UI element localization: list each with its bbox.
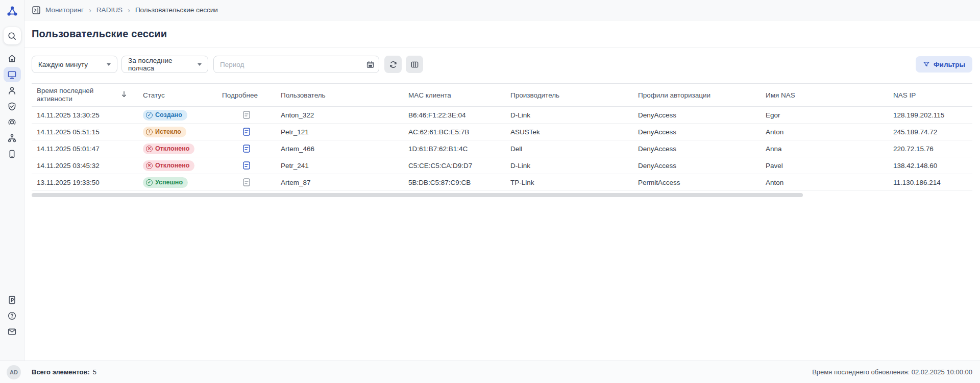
header-label: Время последней активности [37, 87, 113, 103]
panel-toggle-icon[interactable] [32, 6, 41, 15]
sidebar-item-home[interactable] [4, 51, 21, 66]
details-icon[interactable] [243, 161, 250, 170]
mail-icon [7, 327, 17, 337]
sidebar-item-radius[interactable] [4, 114, 21, 130]
total-items-value: 5 [93, 368, 96, 376]
cell-last-activity: 14.11.2025 05:01:47 [32, 145, 138, 153]
cell-mac: AC:62:61:BC:E5:7B [403, 128, 505, 136]
toolbar: Каждую минуту За последние полчаса [32, 56, 972, 73]
table-row[interactable]: 14.11.2025 13:30:25 ✓ Создано Anton_322 … [32, 107, 972, 124]
cell-status: ! Истекло [138, 127, 217, 137]
sidebar-item-devices[interactable] [4, 146, 21, 162]
last-update-text: Время последнего обновления: 02.02.2025 … [812, 368, 972, 376]
columns-button[interactable] [406, 56, 423, 73]
header-nas-ip[interactable]: NAS IP [888, 88, 972, 102]
sidebar-item-help[interactable] [4, 308, 21, 324]
header-auth-profiles[interactable]: Профили авторизации [633, 88, 761, 102]
sidebar-item-mail[interactable] [4, 324, 21, 340]
user-icon [7, 86, 17, 95]
cell-auth-profile: DenyAccess [633, 128, 761, 136]
cell-user: Anton_322 [276, 111, 403, 119]
cell-user: Petr_121 [276, 128, 403, 136]
sidebar-item-users[interactable] [4, 83, 21, 99]
header-vendor[interactable]: Производитель [505, 88, 633, 102]
cell-last-activity: 14.11.2025 03:45:32 [32, 162, 138, 170]
cell-auth-profile: DenyAccess [633, 145, 761, 153]
cell-vendor: TP-Link [505, 179, 633, 186]
cell-status: ✓ Успешно [138, 177, 217, 188]
header-user[interactable]: Пользователь [276, 88, 403, 102]
refresh-icon [389, 60, 398, 69]
cell-mac: C5:CE:C5:CA:D9:D7 [403, 162, 505, 170]
cell-nas-name: Anton [761, 128, 888, 136]
status-icon: ! [146, 129, 153, 135]
header-nas-name[interactable]: Имя NAS [761, 88, 888, 102]
cell-vendor: Dell [505, 145, 633, 153]
app-root: Мониторинг › RADIUS › Пользовательские с… [0, 0, 980, 383]
shield-check-icon [7, 102, 17, 111]
cell-status: ✓ Создано [138, 110, 217, 121]
header-status[interactable]: Статус [138, 88, 217, 102]
sidebar-item-topology[interactable] [4, 130, 21, 146]
status-icon: ✕ [146, 146, 153, 152]
details-icon[interactable] [243, 178, 250, 186]
refresh-interval-value: Каждую минуту [38, 61, 88, 68]
period-input[interactable] [213, 56, 379, 73]
search-icon [7, 31, 17, 41]
sort-desc-icon[interactable] [120, 90, 128, 100]
status-bar: AD Всего элементов: 5 Время последнего о… [0, 361, 980, 383]
refresh-interval-select[interactable]: Каждую минуту [32, 56, 117, 73]
status-label: Отклонено [155, 145, 189, 152]
funnel-icon [923, 61, 930, 68]
filters-button[interactable]: Фильтры [916, 56, 972, 73]
status-icon: ✓ [146, 179, 153, 186]
table-header-row: Время последней активности Статус Подроб… [32, 83, 972, 107]
table-row[interactable]: 14.11.2025 03:45:32 ✕ Отклонено Petr_241 [32, 157, 972, 174]
sessions-table: Время последней активности Статус Подроб… [32, 83, 972, 197]
sidebar-item-security[interactable] [4, 99, 21, 114]
chevron-down-icon [107, 63, 111, 66]
details-icon[interactable] [243, 145, 250, 153]
status-label: Отклонено [155, 162, 189, 169]
monitor-icon [7, 70, 17, 80]
time-range-select[interactable]: За последние полчаса [121, 56, 208, 73]
cell-nas-ip: 138.42.148.60 [888, 162, 972, 170]
cell-details [217, 111, 276, 119]
calendar-icon[interactable] [365, 59, 375, 69]
topology-icon [7, 133, 17, 143]
header-details[interactable]: Подробнее [217, 88, 276, 102]
refresh-button[interactable] [384, 56, 402, 73]
cell-user: Artem_87 [276, 179, 403, 186]
sidebar-item-billing[interactable] [4, 292, 21, 308]
search-button[interactable] [4, 27, 21, 44]
cell-status: ✕ Отклонено [138, 160, 217, 171]
scrollbar-thumb[interactable] [32, 193, 803, 197]
breadcrumb-separator: › [89, 6, 91, 14]
header-last-activity[interactable]: Время последней активности [32, 84, 138, 106]
avatar[interactable]: AD [7, 365, 21, 379]
filters-button-label: Фильтры [934, 61, 965, 68]
cell-details [217, 161, 276, 170]
breadcrumb-item-monitoring[interactable]: Мониторинг [45, 6, 84, 14]
cell-nas-ip: 128.199.202.115 [888, 111, 972, 119]
cell-last-activity: 14.11.2025 05:51:15 [32, 128, 138, 136]
access-point-icon [7, 117, 17, 127]
home-icon [7, 54, 17, 63]
status-label: Успешно [155, 179, 183, 186]
status-badge: ✓ Успешно [143, 177, 188, 188]
header-mac[interactable]: MAC клиента [403, 88, 505, 102]
page-content: Пользовательские сессии Каждую минуту За… [24, 20, 980, 383]
cell-vendor: ASUSTek [505, 128, 633, 136]
table-row[interactable]: 14.11.2025 05:51:15 ! Истекло Petr_121 A… [32, 124, 972, 140]
details-icon[interactable] [243, 111, 250, 119]
breadcrumb-item-current: Пользовательские сессии [135, 6, 218, 14]
sidebar-item-monitoring[interactable] [4, 67, 21, 82]
cell-last-activity: 14.11.2025 13:30:25 [32, 111, 138, 119]
total-items-label: Всего элементов: [32, 368, 90, 376]
table-row[interactable]: 13.11.2025 19:33:50 ✓ Успешно Artem_87 5… [32, 174, 972, 191]
details-icon[interactable] [243, 128, 250, 136]
breadcrumb-item-radius[interactable]: RADIUS [96, 6, 122, 14]
status-icon: ✕ [146, 162, 153, 169]
cell-details [217, 178, 276, 186]
table-row[interactable]: 14.11.2025 05:01:47 ✕ Отклонено Artem_46… [32, 140, 972, 157]
